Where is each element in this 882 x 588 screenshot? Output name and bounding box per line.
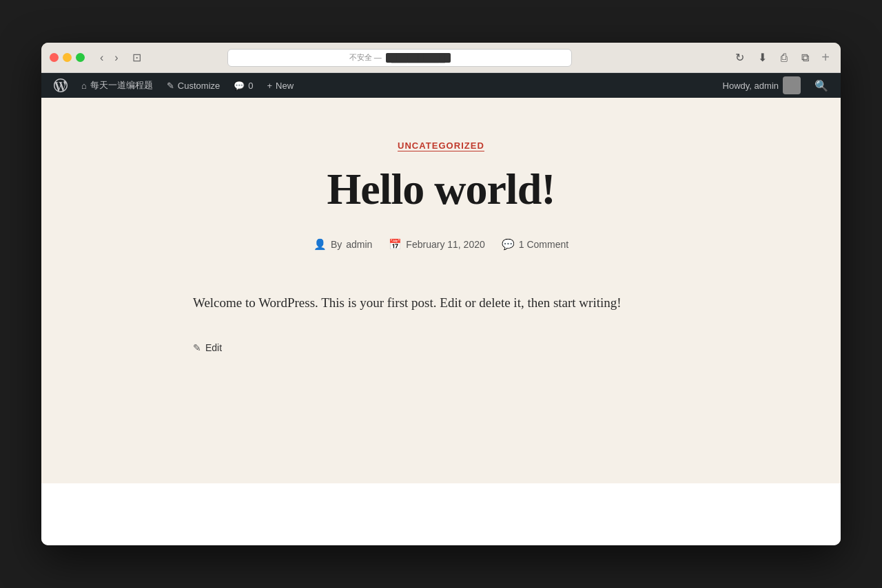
wp-logo-item[interactable] <box>47 73 74 98</box>
author-icon: 👤 <box>314 238 327 251</box>
post-body-text: Welcome to WordPress. This is your first… <box>193 292 689 314</box>
share-button[interactable]: ⎙ <box>777 50 792 65</box>
back-button[interactable]: ‹ <box>96 50 107 65</box>
download-button[interactable]: ⬇ <box>754 50 771 65</box>
author-meta: 👤 By admin <box>314 238 372 251</box>
nav-buttons: ‹ › <box>96 50 123 65</box>
category-link[interactable]: UNCATEGORIZED <box>398 140 484 151</box>
post-meta: 👤 By admin 📅 February 11, 2020 💬 1 Comme… <box>193 238 689 251</box>
post-body: Welcome to WordPress. This is your first… <box>193 292 689 314</box>
sidebar-toggle-button[interactable]: ⊡ <box>128 50 145 65</box>
edit-icon: ✎ <box>193 342 201 353</box>
address-bar[interactable]: 不安全 — ██████████ <box>227 49 572 67</box>
comments-item[interactable]: 💬 0 <box>227 73 260 98</box>
comments-count: 0 <box>248 81 253 91</box>
customize-item[interactable]: ✎ Customize <box>160 73 227 98</box>
reload-button[interactable]: ↻ <box>731 50 748 65</box>
wp-logo-icon <box>54 78 68 92</box>
edit-label: Edit <box>205 342 222 353</box>
add-tab-button[interactable]: + <box>819 50 832 65</box>
browser-window: ‹ › ⊡ 不安全 — ██████████ ↻ ⬇ ⎙ ⧉ + ⌂ 每天一道编… <box>41 43 841 545</box>
url-display: ██████████ <box>386 53 451 63</box>
comments-meta: 💬 1 Comment <box>502 238 568 251</box>
author-name[interactable]: admin <box>346 239 372 250</box>
new-item[interactable]: + New <box>260 73 301 98</box>
toolbar-actions: ↻ ⬇ ⎙ ⧉ <box>731 50 813 65</box>
comments-count[interactable]: 1 Comment <box>519 239 568 250</box>
admin-search-icon[interactable]: 🔍 <box>808 73 835 98</box>
post-date: February 11, 2020 <box>406 239 484 250</box>
customize-label: Customize <box>178 81 220 91</box>
customize-icon: ✎ <box>167 81 174 91</box>
minimize-button[interactable] <box>63 53 72 62</box>
author-prefix: By <box>331 239 342 250</box>
wp-admin-bar: ⌂ 每天一道编程题 ✎ Customize 💬 0 + New Howdy, a… <box>41 73 841 98</box>
edit-link[interactable]: ✎ Edit <box>193 342 689 353</box>
howdy-item[interactable]: Howdy, admin <box>716 73 808 98</box>
close-button[interactable] <box>50 53 59 62</box>
date-meta: 📅 February 11, 2020 <box>389 238 484 251</box>
window-button[interactable]: ⧉ <box>797 50 813 65</box>
howdy-label: Howdy, admin <box>723 81 779 91</box>
main-content: UNCATEGORIZED Hello world! 👤 By admin 📅 … <box>41 98 841 483</box>
comments-icon: 💬 <box>234 81 245 91</box>
user-avatar <box>783 76 801 94</box>
comment-icon: 💬 <box>502 238 515 251</box>
category-label: UNCATEGORIZED <box>193 139 689 151</box>
calendar-icon: 📅 <box>389 238 402 251</box>
traffic-lights <box>50 53 85 62</box>
new-icon: + <box>267 81 273 91</box>
site-name-label: 每天一道编程题 <box>90 79 153 92</box>
site-footer <box>41 483 841 545</box>
new-label: New <box>276 81 294 91</box>
post-container: UNCATEGORIZED Hello world! 👤 By admin 📅 … <box>179 98 703 408</box>
site-name-item[interactable]: ⌂ 每天一道编程题 <box>74 73 160 98</box>
maximize-button[interactable] <box>76 53 85 62</box>
site-name-icon: ⌂ <box>81 81 87 91</box>
title-bar: ‹ › ⊡ 不安全 — ██████████ ↻ ⬇ ⎙ ⧉ + <box>41 43 841 73</box>
not-secure-label: 不安全 — <box>349 52 382 63</box>
post-title: Hello world! <box>193 165 689 213</box>
forward-button[interactable]: › <box>110 50 122 65</box>
admin-bar-right: Howdy, admin 🔍 <box>716 73 835 98</box>
